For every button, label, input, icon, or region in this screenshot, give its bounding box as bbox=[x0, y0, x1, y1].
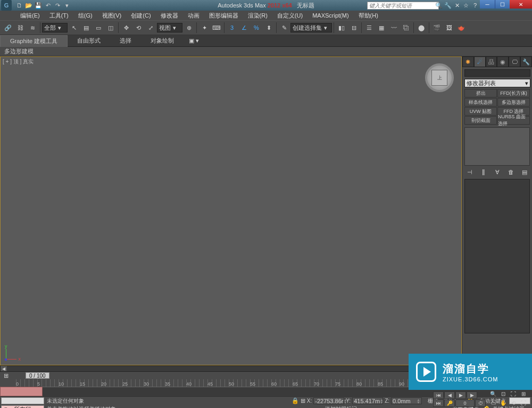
exchange-icon[interactable]: ✕ bbox=[453, 2, 461, 9]
y-coord-input[interactable]: 415.417m▲▼ bbox=[352, 397, 383, 404]
use-pivot-icon[interactable]: ⊕ bbox=[183, 22, 195, 34]
redo-icon[interactable]: ↷ bbox=[53, 1, 62, 10]
menu-tools[interactable]: 工具(T) bbox=[45, 11, 73, 20]
maximize-button[interactable]: ☐ bbox=[495, 0, 510, 9]
z-coord-input[interactable]: 0.0mm▲▼ bbox=[391, 397, 422, 404]
lock-selection-icon[interactable]: 🔒 bbox=[292, 397, 299, 404]
x-coord-input[interactable]: -22753.86r▲▼ bbox=[313, 397, 344, 404]
maximize-viewport-icon[interactable]: ⛶ bbox=[519, 398, 528, 407]
modifier-list-combo[interactable]: 修改器列表▾ bbox=[464, 79, 530, 87]
create-tab-icon[interactable]: ✺ bbox=[462, 56, 474, 67]
add-time-tag[interactable]: 添加时间标记 bbox=[325, 405, 357, 408]
snap-toggle-icon[interactable]: 3 bbox=[226, 22, 238, 34]
pan-icon[interactable]: ✋ bbox=[498, 398, 508, 407]
menu-customize[interactable]: 自定义(U) bbox=[273, 11, 307, 20]
bind-space-warp-icon[interactable]: ≋ bbox=[27, 22, 38, 34]
configure-sets-icon[interactable]: ▤ bbox=[520, 169, 529, 176]
select-object-icon[interactable]: ↖ bbox=[68, 22, 80, 34]
script-listener-mini[interactable] bbox=[1, 397, 44, 404]
help-icon[interactable]: ? bbox=[471, 2, 479, 9]
menu-help[interactable]: 帮助(H) bbox=[354, 11, 383, 20]
track-bar-key-area[interactable] bbox=[0, 387, 43, 396]
display-tab-icon[interactable]: 🖵 bbox=[509, 56, 520, 67]
menu-group[interactable]: 组(G) bbox=[74, 11, 97, 20]
utilities-tab-icon[interactable]: 🔧 bbox=[520, 56, 532, 67]
undo-icon[interactable]: ↶ bbox=[44, 1, 52, 10]
viewport-label[interactable]: [ + ] 顶 ] 真实 bbox=[3, 58, 34, 66]
mod-btn-nurbs[interactable]: NURBS 曲面选择 bbox=[497, 116, 530, 125]
window-crossing-icon[interactable]: ◫ bbox=[105, 22, 117, 34]
open-icon[interactable]: 📂 bbox=[24, 1, 33, 10]
ribbon-tab-selection[interactable]: 选择 bbox=[110, 35, 141, 47]
select-by-name-icon[interactable]: ▤ bbox=[80, 22, 92, 34]
graphite-toggle-icon[interactable]: ▦ bbox=[376, 22, 387, 34]
time-config-button-icon[interactable]: ⏱ bbox=[475, 399, 486, 407]
minimize-button[interactable]: ─ bbox=[480, 0, 495, 9]
help-search-input[interactable] bbox=[367, 2, 439, 10]
selection-filter-combo[interactable]: 全部▾ bbox=[42, 23, 68, 32]
mod-btn-ffd-box[interactable]: FFD(长方体) bbox=[497, 89, 530, 97]
menu-create[interactable]: 创建(C) bbox=[127, 11, 155, 20]
curve-editor-icon[interactable]: 〰 bbox=[388, 22, 400, 34]
render-setup-icon[interactable]: 🎬 bbox=[431, 22, 443, 34]
menu-views[interactable]: 视图(V) bbox=[98, 11, 126, 20]
menu-edit[interactable]: 编辑(E) bbox=[16, 11, 44, 20]
make-unique-icon[interactable]: ∀ bbox=[493, 169, 502, 176]
menu-maxscript[interactable]: MAXScript(M) bbox=[308, 12, 353, 19]
ribbon-tab-freeform[interactable]: 自由形式 bbox=[68, 35, 110, 47]
play-icon[interactable]: ▶ bbox=[455, 391, 466, 399]
percent-snap-icon[interactable]: % bbox=[251, 22, 262, 34]
keyboard-shortcut-icon[interactable]: ⌨ bbox=[211, 22, 222, 34]
zoom-extents-all-icon[interactable]: ⊞ bbox=[519, 389, 528, 398]
zoom-icon[interactable]: 🔍 bbox=[488, 389, 498, 398]
search-icon[interactable]: 🔍 bbox=[435, 2, 443, 9]
render-production-icon[interactable]: 🫖 bbox=[455, 22, 467, 34]
ribbon-tab-object-paint[interactable]: 对象绘制 bbox=[141, 35, 184, 47]
ribbon-tab-graphite[interactable]: Graphite 建模工具 bbox=[0, 35, 68, 47]
angle-snap-icon[interactable]: ∠ bbox=[238, 22, 250, 34]
object-name-input[interactable] bbox=[464, 69, 530, 77]
goto-end-icon[interactable]: ⏭ bbox=[433, 399, 444, 407]
zoom-all-icon[interactable]: ⊡ bbox=[498, 389, 508, 398]
menu-rendering[interactable]: 渲染(R) bbox=[244, 11, 272, 20]
close-button[interactable]: ✕ bbox=[510, 0, 532, 9]
layer-dropdown[interactable]: ◉ 所在行:▾ bbox=[1, 405, 44, 408]
select-move-icon[interactable]: ✥ bbox=[120, 22, 132, 34]
new-icon[interactable]: 🗋 bbox=[15, 1, 23, 10]
rendered-frame-icon[interactable]: 🖼 bbox=[443, 22, 455, 34]
show-end-result-icon[interactable]: ǁ bbox=[479, 169, 488, 176]
ref-coord-combo[interactable]: 视图▾ bbox=[157, 23, 182, 32]
modify-tab-icon[interactable]: ☄ bbox=[474, 56, 486, 67]
mod-btn-extrude[interactable]: 挤出 bbox=[464, 89, 497, 97]
rollout-area[interactable] bbox=[464, 179, 530, 333]
select-scale-icon[interactable]: ⤢ bbox=[145, 22, 156, 34]
menu-modifiers[interactable]: 修改器 bbox=[156, 11, 182, 20]
time-config-icon[interactable]: ⊞ bbox=[0, 370, 12, 381]
goto-start-icon[interactable]: ⏮ bbox=[433, 391, 444, 399]
spinner-snap-icon[interactable]: ⬍ bbox=[263, 22, 275, 34]
absolute-mode-icon[interactable]: ⊞ bbox=[301, 397, 305, 404]
mod-btn-slice[interactable]: 剖切截面 bbox=[464, 116, 497, 125]
named-selection-combo[interactable]: 创建选择集▾ bbox=[290, 23, 332, 32]
viewcube[interactable]: 上 bbox=[425, 63, 454, 92]
select-manipulate-icon[interactable]: ✦ bbox=[198, 22, 210, 34]
hierarchy-tab-icon[interactable]: 品 bbox=[486, 56, 497, 67]
subscription-icon[interactable]: 🔧 bbox=[444, 2, 452, 9]
motion-tab-icon[interactable]: ◉ bbox=[497, 56, 509, 67]
link-icon[interactable]: 🔗 bbox=[2, 22, 14, 34]
zoom-extents-icon[interactable]: ⛶ bbox=[509, 389, 518, 398]
viewcube-face[interactable]: 上 bbox=[431, 70, 447, 86]
time-slider[interactable]: 0 / 100 bbox=[26, 372, 49, 379]
pin-stack-icon[interactable]: ⊣ bbox=[466, 169, 474, 176]
key-mode-icon[interactable]: 🔑 bbox=[444, 399, 455, 407]
favorite-icon[interactable]: ☆ bbox=[462, 2, 470, 9]
schematic-view-icon[interactable]: ⿻ bbox=[400, 22, 412, 34]
mod-btn-uvw-map[interactable]: UVW 贴图 bbox=[464, 107, 497, 116]
unlink-icon[interactable]: ⛓ bbox=[14, 22, 26, 34]
next-frame-icon[interactable]: ▶ bbox=[467, 391, 477, 399]
orbit-icon[interactable]: ⟲ bbox=[509, 398, 518, 407]
prev-frame-icon[interactable]: ◀ bbox=[444, 391, 455, 399]
mod-btn-poly-select[interactable]: 多边形选择 bbox=[497, 98, 530, 107]
edit-named-sel-icon[interactable]: ✎ bbox=[278, 22, 290, 34]
zoom-region-icon[interactable]: ▭ bbox=[488, 398, 498, 407]
